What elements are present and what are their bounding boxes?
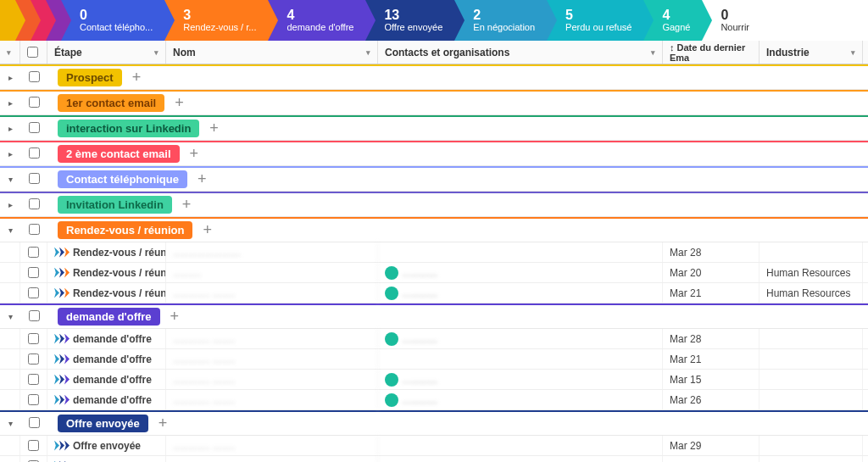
add-icon[interactable]: + [159, 415, 168, 432]
row-checkbox[interactable] [20, 436, 47, 455]
add-icon[interactable]: + [175, 94, 184, 112]
group-checkbox[interactable] [20, 97, 47, 110]
cell-date: Mar 29 [663, 436, 760, 455]
cell-contacts: …......... [378, 390, 663, 409]
group-toggle[interactable] [0, 98, 20, 108]
cell-nom: ............. ........ [166, 390, 378, 409]
pipeline-stage[interactable]: 3Rendez-vous / r... [164, 0, 268, 41]
stage-label: Perdu ou refusé [565, 22, 632, 32]
group-checkbox[interactable] [20, 310, 47, 324]
stage-count: 4 [662, 8, 690, 22]
cell-etape: Rendez-vous / réunion [47, 242, 166, 262]
group-checkbox[interactable] [20, 148, 47, 161]
group-checkbox[interactable] [20, 122, 47, 136]
row-checkbox[interactable] [20, 370, 47, 389]
table-row[interactable]: Rendez-vous / réunion............. .....… [0, 283, 868, 303]
pipeline-stage[interactable]: 0Contact télépho... [61, 0, 164, 41]
group-checkbox[interactable] [20, 198, 47, 212]
add-icon[interactable]: + [132, 69, 142, 86]
row-checkbox[interactable] [20, 390, 47, 409]
col-nom[interactable]: Nom▾ [166, 41, 378, 64]
table-row[interactable]: Offre envoyée............. ........Mar 2… [0, 456, 868, 462]
stage-count: 5 [565, 8, 632, 22]
col-etape[interactable]: Étape▾ [47, 41, 166, 64]
table-row[interactable]: demande d'offre............. ........…..… [0, 370, 868, 390]
cell-etape: demande d'offre [47, 349, 166, 369]
table-row[interactable]: demande d'offre............. ........…..… [0, 390, 868, 410]
group-toggle[interactable] [0, 73, 20, 82]
group-toggle[interactable] [0, 175, 20, 184]
cell-contacts: …......... [378, 329, 663, 348]
cell-date: Mar 21 [663, 283, 760, 303]
table-row[interactable]: demande d'offre............. ........…..… [0, 329, 868, 349]
column-headers: ▾ Étape▾ Nom▾ Contacts et organisations▾… [0, 41, 868, 64]
group-badge: 1er contact email [58, 94, 164, 112]
row-checkbox[interactable] [20, 329, 47, 348]
col-contacts[interactable]: Contacts et organisations▾ [378, 41, 663, 64]
add-icon[interactable]: + [170, 308, 180, 326]
pipeline-stage[interactable]: 0Nourrir [702, 0, 868, 41]
avatar [385, 332, 398, 346]
group-toggle[interactable] [0, 200, 20, 209]
cell-industrie [760, 456, 863, 462]
avatar [385, 373, 398, 387]
group-toggle[interactable] [0, 124, 20, 133]
table-row[interactable]: Rendez-vous / réunion...................… [0, 242, 868, 263]
group-toggle[interactable] [0, 312, 20, 321]
cell-contacts [378, 242, 663, 262]
row-checkbox[interactable] [20, 242, 47, 262]
stage-label: demande d'offre [287, 22, 353, 32]
add-icon[interactable]: + [190, 145, 199, 163]
cell-industrie [760, 390, 863, 409]
row-checkbox[interactable] [20, 283, 47, 303]
group-toggle[interactable] [0, 225, 20, 235]
pipeline-stage[interactable]: 5Perdu ou refusé [547, 0, 643, 41]
cell-industrie: Human Resources [760, 263, 863, 282]
group-toggle[interactable] [0, 149, 20, 159]
col-industrie[interactable]: Industrie▾ [760, 41, 863, 64]
cell-etape: Offre envoyée [47, 436, 166, 455]
row-checkbox[interactable] [20, 263, 47, 282]
group-toggle[interactable] [0, 419, 20, 428]
pipeline-stage[interactable]: 2En négociation [454, 0, 547, 41]
group-row: interaction sur Linkedin+ [0, 115, 868, 141]
add-icon[interactable]: + [182, 196, 192, 214]
pipeline-stage[interactable]: 4demande d'offre [268, 0, 365, 41]
group-checkbox[interactable] [20, 71, 47, 85]
group-checkbox[interactable] [20, 417, 47, 431]
add-icon[interactable]: + [209, 120, 219, 137]
group-checkbox[interactable] [20, 173, 47, 186]
cell-industrie [760, 370, 863, 389]
table-row[interactable]: demande d'offre............. ........Mar… [0, 349, 868, 370]
group-row: 2 ème contact email+ [0, 141, 868, 166]
stage-count: 13 [384, 8, 442, 22]
cell-nom: ............. ........ [166, 329, 378, 348]
table-row[interactable]: Offre envoyée............. ........Mar 2… [0, 436, 868, 456]
cell-industrie: Human Resources [760, 283, 863, 303]
row-checkbox[interactable] [20, 456, 47, 462]
pipeline-stage[interactable]: 13Offre envoyée [365, 0, 454, 41]
group-row: 1er contact email+ [0, 90, 868, 115]
col-checkbox[interactable] [20, 41, 47, 64]
group-row: Rendez-vous / réunion+ [0, 217, 868, 242]
group-row: Invitation Linkedin+ [0, 192, 868, 217]
stage-count: 2 [473, 8, 535, 22]
add-icon[interactable]: + [203, 221, 212, 239]
row-checkbox[interactable] [20, 349, 47, 369]
group-row: Offre envoyée+ [0, 410, 868, 436]
cell-date: Mar 21 [663, 349, 760, 369]
cell-nom: ........................ [166, 242, 378, 262]
col-expand[interactable]: ▾ [0, 41, 20, 64]
cell-nom: ............. ........ [166, 436, 378, 455]
cell-date: Mar 28 [663, 242, 760, 262]
cell-nom: ............. ........ [166, 456, 378, 462]
stage-count: 3 [183, 8, 256, 22]
stage-label: Offre envoyée [384, 22, 442, 32]
group-checkbox[interactable] [20, 224, 47, 237]
cell-contacts: …......... [378, 283, 663, 303]
add-icon[interactable]: + [198, 170, 207, 188]
table-row[interactable]: Rendez-vous / réunion..........…........… [0, 263, 868, 283]
cell-industrie [760, 349, 863, 369]
stage-label: Rendez-vous / r... [183, 22, 256, 32]
col-date[interactable]: ↕ Date du dernier Ema [663, 41, 760, 64]
